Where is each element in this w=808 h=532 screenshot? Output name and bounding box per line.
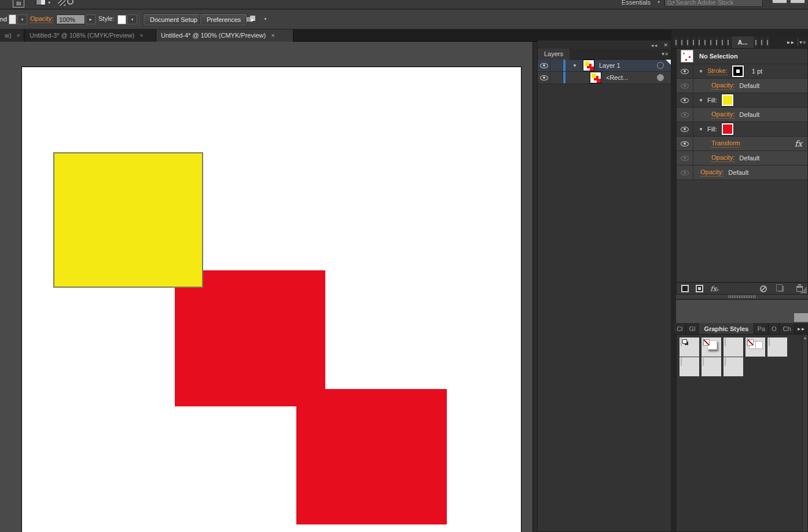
chevron-down-icon[interactable]: ▾: [673, 0, 675, 5]
collapsed-tab[interactable]: [765, 36, 771, 48]
chevron-down-icon[interactable]: ▾: [48, 0, 50, 5]
brush-icon[interactable]: [58, 0, 65, 6]
power-icon[interactable]: [67, 0, 74, 5]
tab-layers[interactable]: Layers: [538, 49, 570, 60]
visibility-toggle[interactable]: [538, 60, 550, 71]
lock-cell[interactable]: [550, 72, 563, 83]
close-icon[interactable]: ×: [139, 32, 143, 39]
expand-triangle-icon[interactable]: ▼: [572, 63, 577, 68]
artboard[interactable]: [21, 67, 521, 532]
transform-effect-link[interactable]: Transform: [711, 140, 740, 148]
stroke-swatch[interactable]: [733, 67, 743, 76]
chevron-down-button[interactable]: ▾: [260, 14, 270, 24]
collapsed-tab[interactable]: [703, 36, 708, 48]
visibility-toggle[interactable]: [677, 166, 693, 179]
chevron-down-button[interactable]: ▾: [17, 14, 27, 24]
panel-menu-icon[interactable]: ▾≡: [662, 51, 669, 57]
tab-graphic-styles[interactable]: Graphic Styles: [699, 323, 754, 334]
appearance-row-fill-yellow[interactable]: ▼ Fill:: [677, 93, 807, 108]
collapsed-tab[interactable]: Ch: [780, 323, 794, 334]
target-circle-icon[interactable]: [657, 62, 664, 69]
fill-label[interactable]: Fill:: [707, 126, 717, 133]
chevron-down-button[interactable]: ▾: [127, 14, 137, 24]
visibility-toggle[interactable]: [677, 108, 693, 122]
fill-stroke-icon[interactable]: [36, 0, 46, 5]
artwork-red-square-2[interactable]: [296, 389, 447, 524]
close-icon[interactable]: ✕: [663, 42, 668, 48]
document-tab-active[interactable]: Untitled-4* @ 100% (CMYK/Preview)×: [156, 30, 293, 42]
add-new-fill-icon[interactable]: [696, 285, 703, 292]
graphic-style-gray-gradient[interactable]: [767, 337, 787, 357]
opacity-link[interactable]: Opacity:: [711, 154, 734, 162]
workspace-switcher[interactable]: Essentials: [622, 0, 651, 6]
collapse-to-icons-icon[interactable]: ►►: [784, 36, 796, 48]
visibility-toggle[interactable]: [538, 72, 550, 83]
opacity-link[interactable]: Opacity:: [30, 15, 53, 23]
search-input[interactable]: [676, 0, 760, 6]
fill-label[interactable]: Fill:: [707, 97, 717, 104]
delete-item-icon[interactable]: [796, 286, 803, 292]
chevron-down-icon[interactable]: ▾: [658, 0, 660, 5]
opacity-input[interactable]: [56, 14, 85, 24]
expand-triangle-icon[interactable]: ▼: [699, 98, 703, 103]
graphic-style-drop-shadow[interactable]: [702, 337, 721, 357]
visibility-toggle[interactable]: [677, 64, 693, 78]
window-button[interactable]: [772, 0, 787, 3]
duplicate-item-icon[interactable]: [778, 286, 784, 292]
scroll-thumb[interactable]: [794, 313, 808, 322]
graphic-style-plain[interactable]: [723, 337, 743, 357]
scrollbar[interactable]: ▲: [802, 335, 807, 531]
st-tool-button[interactable]: St: [13, 0, 24, 8]
add-new-effect-icon[interactable]: fx▾: [710, 285, 719, 293]
fill-swatch-yellow[interactable]: [723, 96, 732, 105]
panel-menu-icon[interactable]: ▾≡: [799, 36, 808, 48]
collapsed-tab[interactable]: O: [769, 323, 780, 334]
fill-swatch-red[interactable]: [723, 124, 732, 134]
collapse-panel-icon[interactable]: ◄◄: [651, 43, 658, 47]
opacity-link[interactable]: Opacity:: [711, 82, 734, 90]
graphic-style-double-square[interactable]: [745, 337, 765, 357]
dropdown-swatch[interactable]: [9, 14, 16, 24]
visibility-toggle[interactable]: [677, 137, 693, 151]
document-setup-button[interactable]: Document Setup: [144, 14, 204, 25]
pasteboard[interactable]: [0, 42, 532, 532]
graphic-style-teal-swirl[interactable]: [723, 357, 743, 376]
opacity-link[interactable]: Opacity:: [711, 111, 734, 119]
layer-name[interactable]: Layer 1: [599, 62, 657, 69]
collapsed-tab[interactable]: [754, 36, 759, 48]
appearance-row-opacity[interactable]: Opacity: Default: [677, 151, 807, 166]
appearance-row-opacity[interactable]: Opacity: Default: [677, 79, 807, 93]
preferences-button[interactable]: Preferences: [200, 14, 247, 25]
artwork-red-square-1[interactable]: [175, 270, 325, 406]
visibility-toggle[interactable]: [677, 122, 693, 136]
collapsed-tab[interactable]: [714, 36, 720, 48]
visibility-toggle[interactable]: [677, 93, 693, 107]
document-tab[interactable]: Untitled-3* @ 108% (CMYK/Preview)×: [25, 30, 156, 42]
panel-drag-handle[interactable]: [676, 295, 808, 299]
select-similar-icon[interactable]: [247, 16, 257, 24]
collapsed-tab[interactable]: Gl: [686, 323, 699, 334]
layer-row[interactable]: ▼ Layer 1: [538, 60, 671, 72]
dock-divider[interactable]: [532, 42, 537, 532]
visibility-toggle[interactable]: [677, 79, 693, 93]
collapsed-tab[interactable]: Pa: [754, 323, 768, 334]
opacity-stepper[interactable]: ►: [86, 14, 96, 24]
collapsed-tab[interactable]: [726, 36, 732, 48]
appearance-row-transform[interactable]: Transform fx: [677, 137, 807, 151]
expand-triangle-icon[interactable]: ▼: [699, 69, 703, 74]
style-swatch[interactable]: [117, 15, 126, 24]
collapsed-tab[interactable]: Cl: [674, 323, 686, 334]
appearance-row-stroke[interactable]: ▼ Stroke: 1 pt: [677, 64, 807, 79]
appearance-row-opacity[interactable]: Opacity: Default: [677, 108, 807, 122]
collapsed-tab[interactable]: [680, 36, 685, 48]
add-new-stroke-icon[interactable]: [681, 285, 689, 292]
layer-thumbnail[interactable]: [583, 60, 594, 71]
collapsed-tab[interactable]: [720, 36, 726, 48]
collapse-to-icons-icon[interactable]: ►►: [795, 323, 807, 334]
graphic-style-default[interactable]: [680, 337, 699, 357]
graphic-style-blue-gradient[interactable]: [680, 357, 699, 376]
clear-appearance-icon[interactable]: [760, 285, 767, 292]
close-icon[interactable]: ×: [17, 32, 20, 39]
close-icon[interactable]: ×: [271, 32, 274, 39]
stock-search-box[interactable]: ▾: [664, 0, 763, 7]
